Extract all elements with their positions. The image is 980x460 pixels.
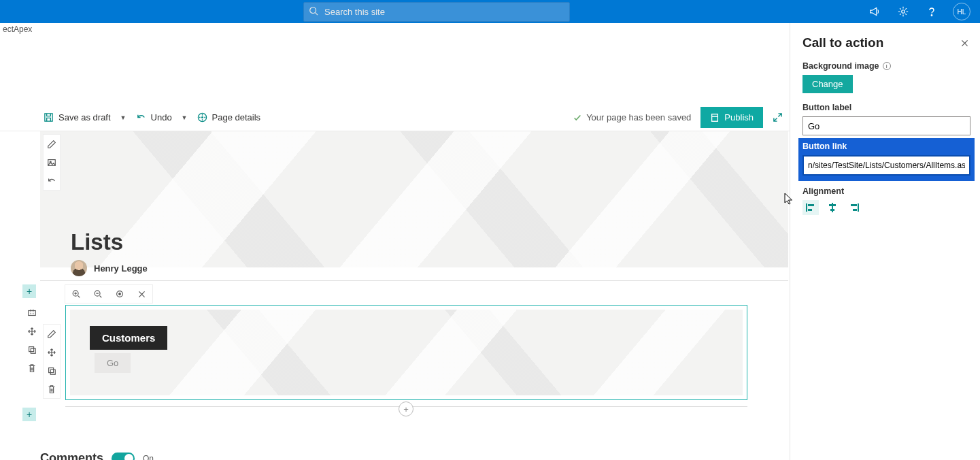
page-details-label: Page details — [212, 112, 261, 122]
align-right-button[interactable] — [846, 200, 862, 215]
comments-label: Comments — [40, 451, 103, 460]
title-area-background — [40, 131, 788, 267]
section-divider — [40, 280, 788, 281]
comments-state: On — [143, 454, 154, 461]
page-title[interactable]: Lists — [71, 229, 123, 255]
svg-point-3 — [931, 15, 932, 16]
align-center-button[interactable] — [824, 200, 841, 215]
search-icon — [309, 6, 318, 16]
webpart-duplicate-icon[interactable] — [44, 361, 60, 380]
suite-nav-right: HL — [867, 3, 980, 20]
svg-rect-22 — [808, 209, 812, 211]
svg-rect-27 — [851, 204, 857, 206]
save-as-draft-button[interactable]: Save as draft — [38, 104, 116, 131]
bg-image-label: Background image i — [802, 61, 970, 71]
focal-point-icon[interactable] — [113, 287, 126, 301]
reset-icon[interactable] — [44, 171, 60, 190]
saved-message-text: Your page has been saved — [586, 112, 691, 122]
title-area-toolbar — [43, 134, 61, 191]
cta-button[interactable]: Go — [95, 353, 131, 373]
zoom-out-icon[interactable] — [91, 287, 105, 301]
page-author: Henry Legge — [71, 260, 148, 276]
align-left-button[interactable] — [802, 200, 819, 215]
megaphone-icon[interactable] — [867, 4, 882, 19]
gear-icon[interactable] — [896, 4, 911, 19]
zoom-in-icon[interactable] — [69, 287, 83, 301]
add-section-button-top[interactable]: + — [22, 284, 36, 298]
section-delete-icon[interactable] — [23, 359, 41, 377]
author-avatar — [71, 260, 87, 276]
svg-rect-26 — [858, 203, 859, 212]
svg-rect-14 — [49, 367, 54, 372]
button-label-input[interactable] — [802, 116, 970, 135]
search-input[interactable] — [303, 2, 570, 22]
add-section-button-bottom[interactable]: + — [22, 408, 36, 421]
expand-icon[interactable] — [773, 112, 783, 122]
section-toolbar — [23, 303, 41, 377]
svg-rect-5 — [45, 114, 52, 121]
info-icon[interactable]: i — [883, 62, 891, 70]
svg-rect-13 — [31, 348, 35, 353]
cta-background — [70, 310, 743, 395]
alignment-label: Alignment — [802, 186, 970, 196]
cta-webpart[interactable]: Customers Go — [65, 305, 747, 400]
alignment-options — [802, 200, 970, 215]
property-panel: Call to action Background image i Change… — [790, 23, 980, 460]
edit-icon[interactable] — [44, 135, 60, 153]
panel-title: Call to action — [802, 35, 970, 50]
editor-canvas: Lists Henry Legge + + Customers Go + — [0, 131, 790, 460]
svg-rect-12 — [29, 346, 34, 351]
section-move-icon[interactable] — [23, 322, 41, 340]
svg-point-7 — [201, 117, 203, 118]
svg-rect-8 — [712, 114, 718, 121]
webpart-delete-icon[interactable] — [44, 380, 60, 398]
suite-nav-bar: HL — [0, 0, 980, 23]
comments-toggle[interactable] — [112, 453, 135, 460]
save-dropdown[interactable]: ▼ — [116, 114, 131, 121]
svg-rect-9 — [48, 159, 56, 165]
svg-point-19 — [119, 293, 121, 295]
svg-rect-28 — [853, 209, 857, 211]
page-details-button[interactable]: Page details — [192, 104, 267, 131]
help-icon[interactable] — [924, 4, 939, 19]
svg-rect-25 — [830, 209, 834, 211]
svg-line-1 — [316, 12, 318, 15]
button-label-label: Button label — [802, 103, 970, 112]
saved-message: Your page has been saved — [573, 112, 691, 122]
button-link-input[interactable] — [802, 155, 970, 176]
svg-rect-21 — [808, 204, 814, 206]
button-link-highlight: Button link — [798, 138, 975, 181]
author-name: Henry Legge — [94, 263, 148, 274]
search-container — [303, 2, 570, 22]
section-edit-icon[interactable] — [23, 303, 41, 322]
svg-point-2 — [902, 10, 905, 14]
publish-label: Publish — [724, 112, 754, 122]
webpart-top-toolbar — [65, 284, 153, 303]
button-link-label: Button link — [802, 142, 970, 151]
change-button[interactable]: Change — [802, 75, 853, 93]
undo-dropdown[interactable]: ▼ — [178, 114, 192, 121]
undo-button[interactable]: Undo — [131, 104, 178, 131]
svg-rect-24 — [829, 204, 836, 206]
command-bar: Save as draft ▼ Undo ▼ Page details Your… — [0, 104, 790, 131]
webpart-move-icon[interactable] — [44, 343, 60, 361]
section-duplicate-icon[interactable] — [23, 340, 41, 359]
save-as-draft-label: Save as draft — [58, 112, 111, 122]
svg-rect-20 — [806, 203, 807, 212]
user-avatar[interactable]: HL — [953, 3, 970, 20]
remove-image-icon[interactable] — [135, 287, 148, 301]
comments-row: Comments On — [40, 451, 154, 460]
svg-point-0 — [310, 7, 316, 13]
webpart-edit-icon[interactable] — [44, 325, 60, 343]
add-webpart-button[interactable]: + — [399, 401, 413, 416]
svg-rect-11 — [29, 310, 36, 315]
publish-button[interactable]: Publish — [700, 107, 763, 128]
image-icon[interactable] — [44, 153, 60, 171]
close-icon[interactable] — [957, 35, 972, 50]
svg-rect-15 — [50, 369, 55, 374]
webpart-side-toolbar — [43, 324, 61, 399]
undo-label: Undo — [151, 112, 172, 122]
cta-title[interactable]: Customers — [90, 326, 167, 350]
